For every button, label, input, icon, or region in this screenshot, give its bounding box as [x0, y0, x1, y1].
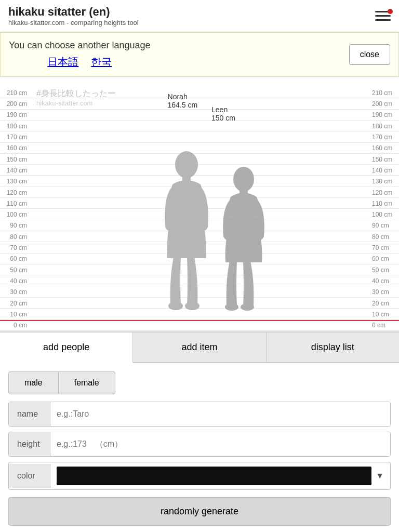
grid-label-right: 140 cm [368, 167, 399, 174]
color-picker-area[interactable]: ▼ [50, 462, 390, 489]
color-swatch[interactable] [57, 467, 371, 485]
grid-label-right: 120 cm [368, 189, 399, 196]
grid-label-right: 210 cm [368, 89, 399, 97]
grid-label-right: 0 cm [368, 322, 399, 329]
person-label-norah: Norah 164.5 cm [168, 92, 198, 109]
height-input[interactable] [50, 432, 390, 456]
gender-selector: male female [8, 371, 391, 394]
hamburger-line-2 [375, 15, 391, 17]
grid-label-right: 150 cm [368, 156, 399, 163]
tab-add-people[interactable]: add people [0, 332, 133, 363]
silhouette-norah [158, 149, 220, 321]
randomly-generate-button[interactable]: randomly generate [8, 497, 391, 526]
grid-label-left: 70 cm [0, 244, 31, 251]
lang-links: 日本語 한국 [47, 55, 112, 69]
name-input[interactable] [50, 402, 390, 426]
grid-label-right: 80 cm [368, 233, 399, 241]
grid-label-right: 60 cm [368, 255, 399, 262]
grid-label-right: 50 cm [368, 267, 399, 274]
grid-label-right: 200 cm [368, 100, 399, 108]
grid-label-left: 210 cm [0, 89, 31, 97]
color-label: color [9, 464, 50, 488]
japanese-lang-link[interactable]: 日本語 [47, 55, 78, 69]
grid-label-left: 150 cm [0, 156, 31, 163]
grid-label-left: 120 cm [0, 189, 31, 196]
header-title-block: hikaku sitatter (en) hikaku-sitatter.com… [8, 5, 139, 26]
grid-label-right: 20 cm [368, 300, 399, 307]
svg-point-6 [225, 303, 238, 311]
tab-display-list[interactable]: display list [267, 332, 399, 362]
svg-point-4 [233, 167, 254, 192]
height-label: height [9, 432, 50, 456]
hamburger-menu-button[interactable] [375, 11, 391, 21]
grid-label-right: 110 cm [368, 200, 399, 207]
grid-label-left: 40 cm [0, 277, 31, 285]
female-button[interactable]: female [59, 371, 115, 394]
close-banner-button[interactable]: close [349, 44, 390, 65]
leen-height: 150 cm [211, 114, 235, 122]
grid-label-right: 160 cm [368, 144, 399, 152]
grid-label-right: 30 cm [368, 288, 399, 296]
grid-label-left: 30 cm [0, 288, 31, 296]
grid-label-left: 0 cm [0, 322, 31, 329]
svg-point-2 [168, 302, 183, 310]
color-dropdown-arrow-icon[interactable]: ▼ [376, 471, 384, 481]
grid-label-right: 180 cm [368, 123, 399, 130]
grid-label-left: 170 cm [0, 134, 31, 141]
hamburger-line-3 [375, 19, 391, 21]
language-banner: You can choose another language 日本語 한국 c… [0, 32, 399, 77]
grid-label-left: 50 cm [0, 267, 31, 274]
norah-name: Norah [168, 92, 188, 101]
grid-label-left: 80 cm [0, 233, 31, 241]
grid-row: 170 cm 170 cm [0, 132, 399, 143]
grid-label-right: 40 cm [368, 277, 399, 285]
app-title: hikaku sitatter (en) [8, 5, 139, 19]
svg-point-3 [185, 302, 200, 310]
grid-label-right: 130 cm [368, 178, 399, 185]
silhouettes-container [158, 149, 272, 321]
male-button[interactable]: male [8, 371, 59, 394]
person-label-leen: Leen 150 cm [211, 105, 235, 122]
grid-label-right: 100 cm [368, 211, 399, 218]
grid-label-left: 140 cm [0, 167, 31, 174]
watermark: #身長比較したったー hikaku-sitatter.com [36, 88, 116, 107]
svg-point-0 [175, 151, 198, 178]
grid-label-left: 180 cm [0, 123, 31, 130]
grid-label-left: 110 cm [0, 200, 31, 207]
grid-label-right: 70 cm [368, 244, 399, 251]
grid-row: 180 cm 180 cm [0, 121, 399, 131]
tab-bar: add people add item display list [0, 331, 399, 363]
notification-dot [388, 9, 393, 14]
norah-height: 164.5 cm [168, 101, 198, 109]
grid-label-left: 130 cm [0, 178, 31, 185]
grid-label-left: 10 cm [0, 311, 31, 318]
grid-label-right: 170 cm [368, 134, 399, 141]
grid-label-right: 10 cm [368, 311, 399, 318]
grid-row: 190 cm 190 cm [0, 110, 399, 121]
silhouette-leen [215, 165, 272, 321]
grid-label-left: 190 cm [0, 111, 31, 118]
lang-banner-content: You can choose another language 日本語 한국 [9, 40, 151, 69]
lang-banner-message: You can choose another language [9, 40, 151, 51]
grid-label-left: 60 cm [0, 255, 31, 262]
add-people-form: male female name height color ▼ randomly… [0, 363, 399, 532]
svg-point-7 [241, 303, 254, 311]
korean-lang-link[interactable]: 한국 [91, 55, 112, 69]
zero-baseline [0, 320, 399, 321]
grid-label-right: 90 cm [368, 222, 399, 229]
height-chart: #身長比較したったー hikaku-sitatter.com 210 cm 21… [0, 77, 399, 331]
grid-row: 0 cm 0 cm [0, 321, 399, 331]
grid-label-left: 160 cm [0, 144, 31, 152]
watermark-url: hikaku-sitatter.com [36, 99, 116, 107]
header: hikaku sitatter (en) hikaku-sitatter.com… [0, 0, 399, 32]
grid-label-right: 190 cm [368, 111, 399, 118]
grid-label-left: 90 cm [0, 222, 31, 229]
leen-name: Leen [211, 105, 228, 114]
name-input-row: name [8, 402, 391, 427]
tab-add-item[interactable]: add item [133, 332, 266, 362]
grid-label-left: 20 cm [0, 300, 31, 307]
color-selector-row: color ▼ [8, 462, 391, 490]
name-label: name [9, 402, 50, 426]
app-subtitle: hikaku-sitatter.com - comparing heights … [8, 19, 139, 26]
height-input-row: height [8, 432, 391, 457]
